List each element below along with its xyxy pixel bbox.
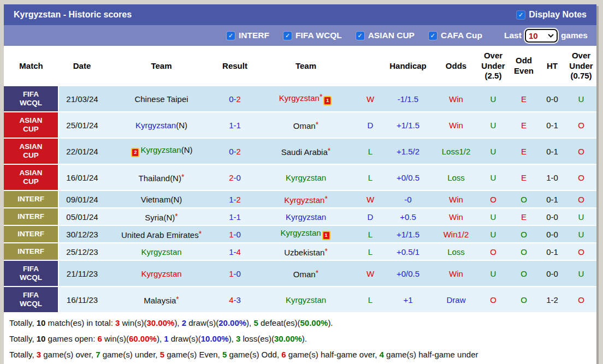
summary-text: 30.00% <box>147 318 175 327</box>
over-under-075-cell: O <box>566 164 596 190</box>
score-cell: 4-3 <box>217 287 252 313</box>
team-name: Vietnam <box>141 195 171 204</box>
over-under-25-cell: O <box>477 243 509 260</box>
summary-text: games open: <box>45 334 97 343</box>
over-under-25-cell: U <box>477 225 509 243</box>
summary-text: win(s)( <box>102 334 129 343</box>
odd-even-cell: E <box>509 112 539 138</box>
team-star-marker: * <box>324 194 327 203</box>
team-name: Kyrgyzstan <box>286 295 326 305</box>
home-team-cell: Vietnam(N) <box>105 190 217 208</box>
date-cell: 05/01/24 <box>58 208 105 225</box>
competition-cell: INTERF <box>4 243 58 260</box>
over-under-075-cell: U <box>566 208 596 225</box>
competition-cell: ASIAN CUP <box>4 164 58 190</box>
date-cell: 21/03/24 <box>58 86 105 112</box>
team-name: United Arab Emirates <box>121 230 199 240</box>
away-score: 1 <box>237 212 241 222</box>
ht-score-cell: 0-1 <box>539 243 566 260</box>
filter-asian-cup[interactable]: ✓ASIAN CUP <box>356 31 415 40</box>
team-star-marker: * <box>175 212 178 220</box>
competition-label: FIFA WCQL <box>13 291 49 308</box>
competition-cell: FIFA WCQL <box>4 86 58 112</box>
date-cell: 25/01/24 <box>58 112 105 138</box>
last-games-group: Last 10 games <box>504 29 588 43</box>
over-under-25-cell: U <box>477 112 509 138</box>
team-name: Kyrgyzstan <box>286 212 326 222</box>
matches-table: MatchDateTeamResultTeamHandicapOddsOver … <box>4 46 596 313</box>
away-score: 0 <box>237 230 241 239</box>
red-card-icon: 1 <box>323 96 332 105</box>
table-row: INTERF25/12/23Kyrgyzstan1-4Uzbekistan*L+… <box>4 243 596 260</box>
summary-text: ), <box>229 334 236 343</box>
neutral-venue-suffix: (N) <box>163 213 175 222</box>
competition-cell: ASIAN CUP <box>4 138 58 164</box>
fifa-wcql-checkbox-icon[interactable]: ✓ <box>283 32 292 40</box>
summary-text: Totally, <box>9 318 37 327</box>
score-cell: 1-1 <box>217 208 252 225</box>
home-team-cell: Kyrgyzstan <box>105 260 217 287</box>
display-notes-checkbox-icon[interactable]: ✓ <box>517 11 525 19</box>
score-cell: 1-2 <box>217 190 252 208</box>
column-header-over-under-2-5: Over Under (2.5) <box>477 46 509 86</box>
home-score: 1 <box>229 195 233 204</box>
asian-cup-checkbox-icon[interactable]: ✓ <box>356 32 364 40</box>
over-under-075-cell: U <box>566 260 596 287</box>
ht-score-cell: 0-1 <box>539 138 566 164</box>
summary-text: draw(s)( <box>169 334 201 343</box>
team-name: Kyrgyzstan <box>284 195 324 205</box>
cafa-cup-checkbox-icon[interactable]: ✓ <box>429 32 437 40</box>
date-cell: 09/01/24 <box>58 190 105 208</box>
competition-cell: FIFA WCQL <box>4 287 58 313</box>
handicap-cell: +0/0.5 <box>381 164 435 190</box>
home-score: 1 <box>229 269 233 278</box>
away-score: 4 <box>237 247 241 256</box>
team-star-marker: * <box>199 229 202 238</box>
away-score: 0 <box>237 269 241 278</box>
home-score: 0 <box>229 147 233 156</box>
summary-text: loss(es)( <box>240 334 274 343</box>
competition-label: ASIAN CUP <box>13 116 49 133</box>
games-count-select[interactable]: 10 <box>525 29 558 43</box>
filter-cafa-cup[interactable]: ✓CAFA Cup <box>429 31 482 40</box>
filter-label: CAFA Cup <box>441 31 482 40</box>
filter-fifa-wcql[interactable]: ✓FIFA WCQL <box>283 31 342 40</box>
result-letter-cell: L <box>359 225 381 243</box>
summary-text: 30.00% <box>274 334 302 343</box>
away-team-cell: Oman* <box>252 112 359 138</box>
summary-text: 1 <box>164 334 168 343</box>
summary-text: 2 <box>182 318 186 327</box>
date-cell: 16/01/24 <box>58 164 105 190</box>
display-notes-toggle[interactable]: ✓ Display Notes <box>517 10 587 20</box>
red-card-icon: 1 <box>322 231 330 240</box>
over-under-075-cell: U <box>566 86 596 112</box>
filter-interf[interactable]: ✓INTERF <box>227 31 269 40</box>
summary-text: ). <box>302 334 307 343</box>
result-letter-cell: W <box>359 190 381 208</box>
score-cell: 1-4 <box>217 243 252 260</box>
team-name: Malaysia <box>144 296 176 305</box>
away-team-cell: Oman* <box>252 260 359 287</box>
away-team-cell: Kyrgyzstan1 <box>252 225 359 243</box>
odds-cell: Win1/2 <box>435 225 477 243</box>
summary-line: Totally, 3 game(s) over, 7 game(s) under… <box>9 347 596 362</box>
interf-checkbox-icon[interactable]: ✓ <box>227 32 235 40</box>
home-team-cell: United Arab Emirates* <box>105 225 217 243</box>
odd-even-cell: E <box>509 138 539 164</box>
column-header-team: Team <box>252 46 359 86</box>
competition-cell: INTERF <box>4 225 58 243</box>
summary-text: 10 <box>37 318 46 327</box>
date-cell: 21/11/23 <box>58 260 105 287</box>
table-row: FIFA WCQL21/11/23Kyrgyzstan1-0Oman*W+0/0… <box>4 260 596 287</box>
competition-label: INTERF <box>17 247 44 256</box>
result-letter-cell: L <box>359 164 381 190</box>
home-team-cell: Kyrgyzstan <box>105 243 217 260</box>
table-header-row: MatchDateTeamResultTeamHandicapOddsOver … <box>4 46 596 86</box>
column-header-odd-even: Odd Even <box>509 46 539 86</box>
table-row: INTERF30/12/23United Arab Emirates*1-0Ky… <box>4 225 596 243</box>
column-header-result: Result <box>217 46 252 86</box>
column-header-ht: HT <box>539 46 566 86</box>
ht-score-cell: 0-0 <box>539 86 566 112</box>
red-card-icon: 2 <box>131 148 139 157</box>
team-name: Uzbekistan <box>284 248 324 257</box>
